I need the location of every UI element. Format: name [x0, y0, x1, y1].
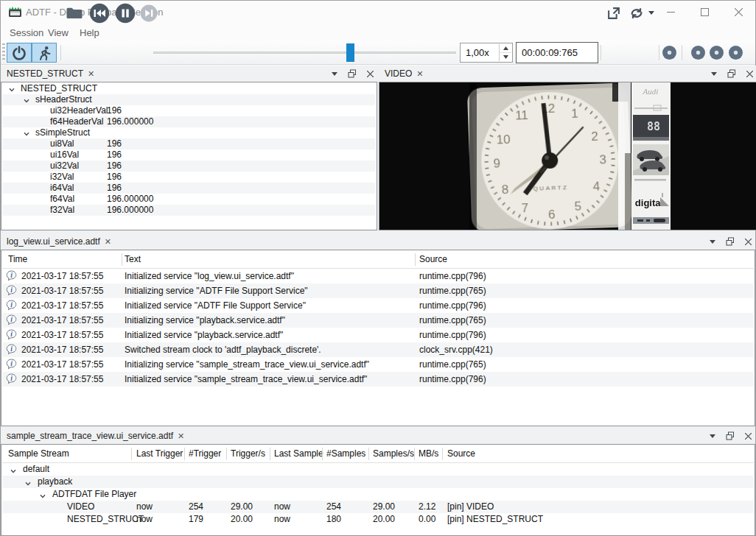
column-header[interactable]: Trigger/s — [231, 445, 265, 463]
menu-session[interactable]: Session — [7, 26, 46, 40]
tree-row[interactable]: f64Val196.000000 — [2, 194, 376, 205]
tab-trace-view[interactable]: sample_stream_trace_view.ui_service.adtf… — [1, 428, 189, 444]
trace-row[interactable]: playback — [2, 476, 754, 488]
column-separator[interactable] — [131, 448, 132, 460]
power-toggle-button[interactable] — [7, 43, 32, 63]
menu-view[interactable]: View — [45, 26, 71, 40]
panel-float-button[interactable] — [725, 431, 735, 441]
column-separator[interactable] — [226, 448, 227, 460]
tree-row[interactable]: ui32Val196 — [2, 161, 376, 172]
panel-close-button[interactable] — [744, 68, 755, 79]
pause-button[interactable] — [113, 3, 137, 23]
expand-chevron-icon[interactable] — [10, 466, 17, 473]
column-header[interactable]: Source — [447, 445, 475, 463]
maximize-button[interactable] — [687, 1, 721, 23]
column-separator[interactable] — [414, 448, 415, 460]
tree-row[interactable]: sHeaderStruct — [2, 94, 376, 105]
column-separator[interactable] — [442, 448, 443, 460]
tab-close-icon[interactable]: ✕ — [416, 70, 423, 78]
step-forward-button[interactable] — [139, 3, 159, 23]
seek-slider-track[interactable] — [153, 52, 456, 54]
panel-float-button[interactable] — [727, 68, 737, 79]
tree-row[interactable]: sSimpleStruct — [2, 127, 376, 138]
tree-row[interactable]: f32Val196.000000 — [2, 205, 376, 216]
log-row[interactable]: i2021-03-17 18:57:55Initializing service… — [2, 313, 754, 328]
column-header[interactable]: Last Sample — [274, 445, 323, 463]
column-header[interactable]: #Samples — [326, 445, 365, 463]
tab-nested-struct[interactable]: NESTED_STRUCT ✕ — [1, 66, 99, 82]
column-header[interactable]: Time — [8, 250, 27, 269]
column-separator[interactable] — [122, 253, 122, 266]
loop-playback-button[interactable] — [626, 3, 647, 23]
record-circle-icon — [728, 45, 743, 60]
trace-row[interactable]: ADTFDAT File Player — [2, 488, 754, 501]
record-indicator-button-1[interactable] — [660, 43, 678, 61]
record-circle-icon — [662, 45, 677, 60]
panel-close-button[interactable] — [365, 68, 375, 79]
tree-row[interactable]: NESTED_STRUCT — [2, 83, 376, 94]
panel-float-button[interactable] — [347, 68, 357, 79]
column-separator[interactable] — [270, 448, 270, 460]
column-separator[interactable] — [322, 448, 323, 460]
column-header[interactable]: Source — [419, 250, 447, 269]
column-header[interactable]: Sample Stream — [8, 445, 69, 463]
log-row[interactable]: i2021-03-17 18:57:55Initializing service… — [2, 283, 754, 298]
tree-row[interactable]: f64HeaderVal196.000000 — [2, 116, 376, 127]
menu-help[interactable]: Help — [77, 26, 102, 40]
speed-spinbox[interactable]: 1,00x — [460, 43, 513, 63]
expand-chevron-icon[interactable] — [24, 479, 32, 486]
speed-decrease-button[interactable] — [500, 52, 511, 61]
detach-view-button[interactable] — [603, 3, 624, 23]
log-row[interactable]: i2021-03-17 18:57:55Switched stream cloc… — [2, 342, 754, 357]
panel-close-button[interactable] — [743, 431, 753, 441]
column-header[interactable]: Last Trigger — [136, 445, 183, 463]
toolbar-drag-handle[interactable] — [2, 43, 5, 61]
tree-row[interactable]: ui8Val196 — [2, 138, 376, 149]
open-file-button[interactable] — [64, 3, 85, 23]
trace-row[interactable]: VIDEOnow25429.00now25429.002.12[pin] VID… — [2, 501, 754, 513]
minimize-button[interactable] — [654, 1, 687, 23]
tab-log-view[interactable]: log_view.ui_service.adtf ✕ — [1, 233, 116, 250]
column-header[interactable]: Samples/s — [373, 445, 414, 463]
column-separator[interactable] — [415, 253, 416, 266]
trace-row[interactable]: NESTED_STRUCTnow17920.00now18020.000.00[… — [2, 513, 754, 526]
log-row[interactable]: i2021-03-17 18:57:55Initialized service … — [2, 269, 754, 283]
run-toggle-button[interactable] — [32, 43, 57, 63]
record-indicator-button-4[interactable] — [727, 43, 744, 61]
tab-video[interactable]: VIDEO ✕ — [379, 66, 428, 82]
close-button[interactable] — [721, 1, 755, 23]
column-separator[interactable] — [184, 448, 185, 460]
panel-close-button[interactable] — [743, 236, 753, 247]
log-row[interactable]: i2021-03-17 18:57:55Initialized service … — [2, 298, 754, 313]
record-indicator-button-2[interactable] — [689, 43, 707, 61]
column-separator[interactable] — [368, 448, 369, 460]
panel-menu-button[interactable] — [329, 68, 340, 79]
panel-float-button[interactable] — [725, 236, 735, 247]
log-row[interactable]: i2021-03-17 18:57:55Initialized service … — [2, 328, 754, 342]
log-row[interactable]: i2021-03-17 18:57:55Initialized service … — [2, 372, 754, 387]
tab-close-icon[interactable]: ✕ — [105, 238, 111, 246]
tree-row[interactable]: ui32HeaderVal196 — [2, 105, 376, 116]
panel-menu-button[interactable] — [707, 236, 718, 247]
tree-row[interactable]: ui16Val196 — [2, 149, 376, 161]
column-header[interactable]: #Trigger — [189, 445, 221, 463]
log-row[interactable]: i2021-03-17 18:57:55Initializing service… — [2, 357, 754, 372]
time-input[interactable] — [516, 42, 598, 63]
seek-slider-handle[interactable] — [346, 43, 354, 62]
tab-close-icon[interactable]: ✕ — [178, 432, 184, 440]
expand-chevron-icon[interactable] — [8, 85, 15, 93]
trace-row[interactable]: default — [2, 463, 754, 476]
expand-chevron-icon[interactable] — [23, 96, 30, 104]
column-header[interactable]: Text — [125, 250, 141, 269]
record-indicator-button-3[interactable] — [707, 43, 725, 61]
tree-row[interactable]: i32Val196 — [2, 172, 376, 183]
column-header[interactable]: MB/s — [419, 445, 438, 463]
expand-chevron-icon[interactable] — [39, 491, 46, 498]
tab-close-icon[interactable]: ✕ — [88, 70, 94, 78]
panel-menu-button[interactable] — [709, 68, 719, 79]
tree-row[interactable]: i64Val196 — [2, 183, 376, 194]
rewind-button[interactable] — [88, 3, 111, 23]
panel-menu-button[interactable] — [707, 431, 718, 441]
loop-options-dropdown[interactable] — [647, 3, 656, 23]
expand-chevron-icon[interactable] — [23, 130, 30, 137]
